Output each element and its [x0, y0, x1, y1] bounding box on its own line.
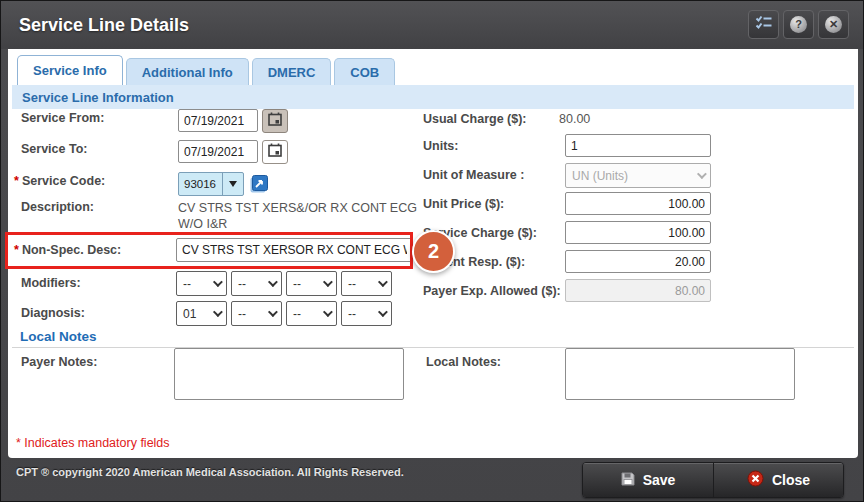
save-icon	[621, 472, 635, 489]
chevron-down-icon	[213, 277, 223, 287]
chevron-down-icon	[268, 307, 278, 317]
diagnosis-select-2[interactable]: --	[231, 301, 282, 326]
service-code-value: 93016	[179, 173, 222, 195]
tab-bar: Service Info Additional Info DMERC COB	[17, 55, 395, 85]
chevron-down-icon	[323, 277, 333, 287]
units-label: Units:	[423, 139, 458, 153]
section-header: Service Line Information	[12, 85, 854, 109]
footer-buttons: Save Close	[582, 462, 844, 498]
close-icon: ✕	[825, 16, 842, 33]
calendar-icon	[268, 143, 282, 161]
close-circle-icon	[747, 470, 764, 490]
tab-cob[interactable]: COB	[334, 58, 395, 85]
modifier-select-3[interactable]: --	[286, 271, 337, 296]
service-code-combobox[interactable]: 93016	[178, 172, 244, 196]
service-code-dropdown-button[interactable]	[222, 173, 243, 195]
mandatory-fields-note: * Indicates mandatory fields	[16, 436, 170, 450]
close-button-label: Close	[772, 472, 810, 488]
copyright-text: CPT ® copyright 2020 American Medical As…	[16, 466, 404, 478]
patient-resp-input[interactable]	[565, 250, 711, 273]
description-value: CV STRS TST XERS&/OR RX CONT ECG W/O I&R	[178, 200, 418, 232]
usual-charge-value: 80.00	[559, 112, 590, 126]
dropdown-arrow-icon	[229, 181, 237, 187]
calendar-icon	[268, 112, 282, 130]
local-notes-textarea[interactable]	[565, 348, 795, 400]
payer-exp-allowed-input	[565, 279, 711, 302]
titlebar: Service Line Details ?	[1, 1, 863, 49]
diagnosis-select-1[interactable]: 01	[176, 301, 227, 326]
non-spec-desc-label: *Non-Spec. Desc:	[14, 243, 121, 257]
service-to-label: Service To:	[21, 142, 87, 156]
local-notes-label: Local Notes:	[426, 355, 501, 369]
modifier-select-1[interactable]: --	[176, 271, 227, 296]
unit-of-measure-label: Unit of Measure :	[423, 168, 524, 182]
modifiers-label: Modifiers:	[21, 276, 81, 290]
chevron-down-icon	[697, 169, 707, 179]
diagnosis-select-4[interactable]: --	[341, 301, 392, 326]
local-notes-section-header: Local Notes	[20, 329, 97, 344]
service-to-input[interactable]	[178, 140, 258, 163]
save-button[interactable]: Save	[583, 463, 713, 497]
content-panel: Service Info Additional Info DMERC COB S…	[8, 49, 858, 458]
tasklist-icon	[755, 15, 773, 34]
payer-notes-label: Payer Notes:	[21, 355, 97, 369]
modifier-select-4[interactable]: --	[341, 271, 392, 296]
service-from-input[interactable]	[178, 109, 258, 132]
section-header-label: Service Line Information	[12, 90, 174, 105]
chevron-down-icon	[378, 307, 388, 317]
payer-notes-textarea[interactable]	[174, 348, 404, 400]
service-charge-input[interactable]	[565, 221, 711, 244]
save-button-label: Save	[643, 472, 676, 488]
tab-additional-info[interactable]: Additional Info	[126, 58, 249, 85]
modifier-select-2[interactable]: --	[231, 271, 282, 296]
units-input[interactable]	[565, 134, 711, 157]
service-from-label: Service From:	[21, 111, 104, 125]
unit-price-label: Unit Price ($):	[423, 197, 504, 211]
unit-of-measure-select: UN (Units)	[565, 163, 711, 188]
tab-service-info[interactable]: Service Info	[17, 55, 123, 85]
service-line-details-dialog: Service Line Details ?	[0, 0, 864, 502]
service-to-calendar-button[interactable]	[262, 140, 288, 164]
service-code-lookup-button[interactable]	[250, 175, 269, 193]
help-button[interactable]: ?	[783, 10, 814, 39]
description-label: Description:	[21, 200, 94, 214]
titlebar-icons: ? ✕	[748, 10, 849, 39]
unit-price-input[interactable]	[565, 192, 711, 215]
tasklist-button[interactable]	[748, 10, 779, 39]
dialog-close-button[interactable]: ✕	[818, 10, 849, 39]
chevron-down-icon	[213, 307, 223, 317]
chevron-down-icon	[268, 277, 278, 287]
required-marker: *	[14, 243, 19, 257]
payer-exp-allowed-label: Payer Exp. Allowed ($):	[423, 284, 561, 298]
required-marker: *	[14, 174, 19, 188]
annotation-step-badge: 2	[412, 230, 455, 273]
chevron-down-icon	[378, 277, 388, 287]
page-title: Service Line Details	[1, 15, 189, 36]
close-button[interactable]: Close	[713, 463, 843, 497]
non-spec-desc-input[interactable]	[176, 238, 413, 262]
tab-dmerc[interactable]: DMERC	[252, 58, 332, 85]
help-icon: ?	[790, 16, 807, 33]
diagnosis-label: Diagnosis:	[21, 306, 85, 320]
usual-charge-label: Usual Charge ($):	[423, 112, 527, 126]
service-from-calendar-button[interactable]	[262, 109, 288, 133]
service-code-label: *Service Code:	[14, 174, 105, 188]
chevron-down-icon	[323, 307, 333, 317]
diagnosis-select-3[interactable]: --	[286, 301, 337, 326]
